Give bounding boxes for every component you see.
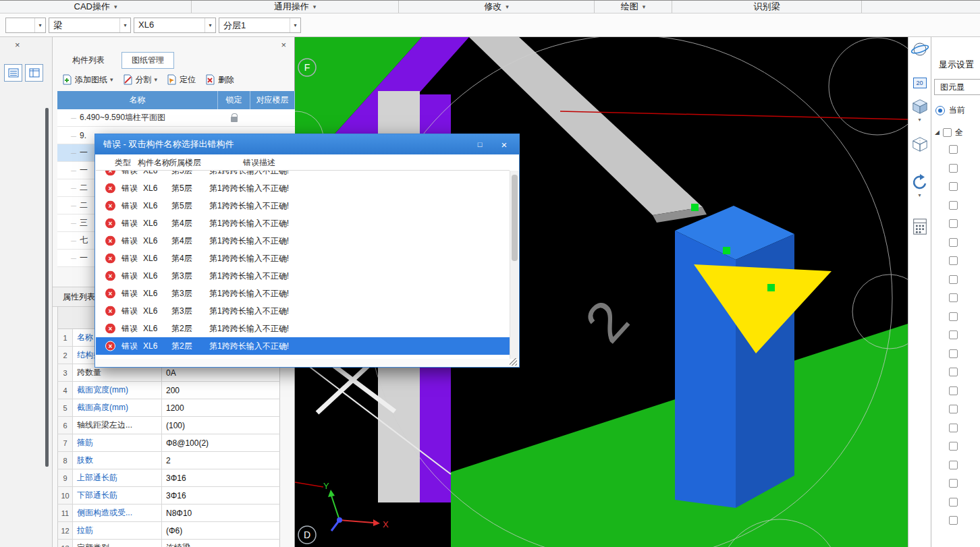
locate-button[interactable]: 定位 <box>167 74 196 86</box>
split-button[interactable]: 分割 ▾ <box>123 74 158 86</box>
error-element-name[interactable]: XL6 <box>143 324 157 333</box>
error-dialog[interactable]: 错误 - 双击构件名称选择出错构件 □ × 类型 构件名称 所属楼层 错误描述 … <box>94 134 520 368</box>
checkbox[interactable] <box>949 424 958 432</box>
radio-selected-icon[interactable] <box>935 106 945 115</box>
checkbox[interactable] <box>943 128 952 137</box>
checkbox[interactable] <box>949 498 958 507</box>
error-row[interactable]: × 错误 XL6 第2层 第1跨跨长输入不正确! <box>96 337 510 355</box>
error-row[interactable]: × 错误 XL6 第4层 第1跨跨长输入不正确! <box>96 250 510 267</box>
error-element-name[interactable]: XL6 <box>143 289 157 298</box>
error-row[interactable]: × 错误 XL6 第5层 第1跨跨长输入不正确! <box>96 179 510 197</box>
checkbox[interactable] <box>949 238 958 247</box>
view-combo[interactable]: ▾ <box>5 18 46 33</box>
checkbox[interactable] <box>949 182 958 191</box>
checkbox[interactable] <box>949 201 958 210</box>
orbit-button[interactable] <box>910 40 930 60</box>
error-element-name[interactable]: XL6 <box>143 306 157 316</box>
current-floor-radio[interactable]: 当前 <box>935 105 980 116</box>
close-button[interactable]: × <box>495 137 514 152</box>
menu-draw[interactable]: 绘图▾ <box>595 1 672 13</box>
error-row[interactable]: × 错误 XL6 第5层 第1跨跨长输入不正确! <box>96 197 510 214</box>
checkbox[interactable] <box>949 164 958 173</box>
wireframe-cube-button[interactable] <box>910 134 930 154</box>
menu-cad-operations[interactable]: CAD操作▾ <box>0 1 191 13</box>
error-row[interactable]: × 错误 XL6 第3层 第1跨跨长输入不正确! <box>96 267 510 285</box>
tab-drawing-manager[interactable]: 图纸管理 <box>121 52 174 69</box>
checkbox[interactable] <box>949 368 958 376</box>
close-icon[interactable]: × <box>15 40 20 50</box>
error-dialog-titlebar[interactable]: 错误 - 双击构件名称选择出错构件 <box>95 134 519 154</box>
error-row[interactable]: × 错误 XL6 第4层 第1跨跨长输入不正确! <box>96 232 510 250</box>
property-value[interactable]: N8Φ10 <box>162 505 279 521</box>
restore-button[interactable]: □ <box>470 137 489 152</box>
checkbox[interactable] <box>949 349 958 358</box>
chevron-down-icon[interactable]: ▾ <box>119 18 130 32</box>
chevron-down-icon[interactable]: ▾ <box>918 117 921 123</box>
error-element-name[interactable]: XL6 <box>143 236 157 246</box>
checkbox[interactable] <box>949 386 958 395</box>
grip-handle[interactable] <box>691 204 699 211</box>
layer-tree-root[interactable]: ◢ 全 <box>935 127 980 138</box>
chevron-down-icon[interactable]: ▾ <box>918 192 921 199</box>
property-row[interactable]: 7 箍筋 Φ8@100(2) <box>57 434 280 452</box>
error-list[interactable]: × 错误 XL6 第5层 第1跨跨长输入不正确! × 错误 XL6 第5层 第1… <box>96 162 510 359</box>
chevron-down-icon[interactable]: ▾ <box>290 18 300 32</box>
property-row[interactable]: 4 截面宽度(mm) 200 <box>57 382 280 399</box>
property-value[interactable]: 200 <box>162 382 279 399</box>
property-value[interactable]: 连续梁 <box>162 540 279 547</box>
category-combo[interactable]: 梁 ▾ <box>49 18 131 33</box>
checkbox[interactable] <box>949 461 958 469</box>
tab-component-list[interactable]: 构件列表 <box>62 52 115 69</box>
property-row[interactable]: 8 肢数 2 <box>57 452 280 469</box>
property-row[interactable]: 13 定额类别 连续梁 <box>57 540 280 547</box>
calculation-button[interactable] <box>910 217 930 237</box>
checkbox[interactable] <box>949 293 958 302</box>
menu-modify[interactable]: 修改▾ <box>399 1 594 13</box>
chevron-down-icon[interactable]: ▾ <box>34 18 45 32</box>
list-view-button[interactable] <box>4 64 22 82</box>
property-value[interactable]: (Φ6) <box>162 522 279 539</box>
checkbox[interactable] <box>949 312 958 321</box>
dialog-scrollbar[interactable] <box>510 171 518 359</box>
property-value[interactable]: (100) <box>162 417 279 434</box>
rotate-view-button[interactable] <box>910 172 930 192</box>
chevron-down-icon[interactable]: ▾ <box>155 77 158 83</box>
drawing-name[interactable]: 6.490~9.590墙柱平面图 <box>57 112 218 123</box>
checkbox[interactable] <box>949 330 958 339</box>
error-row[interactable]: × 错误 XL6 第3层 第1跨跨长输入不正确! <box>96 302 510 320</box>
checkbox[interactable] <box>949 405 958 413</box>
error-element-name[interactable]: XL6 <box>143 201 157 210</box>
menu-general-operations[interactable]: 通用操作▾ <box>192 1 398 13</box>
property-row[interactable]: 6 轴线距梁左边... (100) <box>57 417 280 434</box>
error-element-name[interactable]: XL6 <box>143 341 157 351</box>
panel-view-button[interactable] <box>25 64 43 82</box>
checkbox[interactable] <box>949 145 958 154</box>
error-element-name[interactable]: XL6 <box>143 271 157 281</box>
menu-identify-beam[interactable]: 识别梁 <box>672 1 861 13</box>
property-row[interactable]: 5 截面高度(mm) 1200 <box>57 399 280 417</box>
add-drawing-button[interactable]: 添加图纸 ▾ <box>62 74 113 86</box>
grip-handle[interactable] <box>723 247 730 254</box>
error-element-name[interactable]: XL6 <box>143 254 157 263</box>
checkbox[interactable] <box>949 516 958 525</box>
tab-element-display[interactable]: 图元显 <box>934 79 980 95</box>
checkbox[interactable] <box>949 219 958 228</box>
error-row[interactable]: × 错误 XL6 第3层 第1跨跨长输入不正确! <box>96 285 510 302</box>
drawing-row[interactable]: 6.490~9.590墙柱平面图 <box>57 109 295 127</box>
layer-combo[interactable]: 分层1 ▾ <box>219 18 301 33</box>
chevron-down-icon[interactable]: ▾ <box>110 77 113 83</box>
property-value[interactable]: 3Φ16 <box>162 487 279 504</box>
property-value[interactable]: 1200 <box>162 399 279 416</box>
expander-icon[interactable]: ◢ <box>935 129 940 136</box>
resize-grip-icon[interactable] <box>510 358 517 366</box>
element-name-combo[interactable]: XL6 ▾ <box>134 18 216 33</box>
property-row[interactable]: 11 侧面构造或受... N8Φ10 <box>57 505 280 522</box>
error-element-name[interactable]: XL6 <box>143 219 157 228</box>
checkbox[interactable] <box>949 442 958 451</box>
checkbox[interactable] <box>949 479 958 488</box>
error-row[interactable]: × 错误 XL6 第2层 第1跨跨长输入不正确! <box>96 320 510 337</box>
error-row[interactable]: × 错误 XL6 第4层 第1跨跨长输入不正确! <box>96 214 510 232</box>
scrollbar-thumb[interactable] <box>512 175 518 261</box>
property-row[interactable]: 12 拉筋 (Φ6) <box>57 522 280 540</box>
close-icon[interactable]: × <box>281 40 286 50</box>
